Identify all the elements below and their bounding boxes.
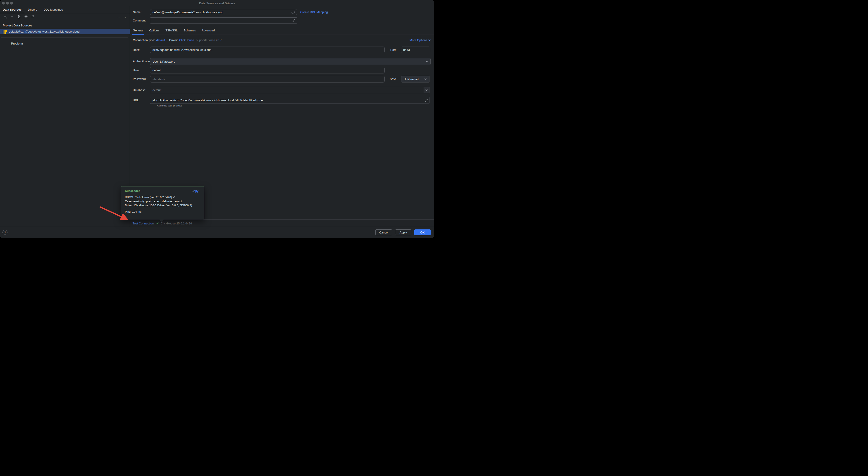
- tab-schemas[interactable]: Schemas: [184, 28, 196, 35]
- sidebar-tabs: Data Sources Drivers DDL Mappings: [0, 6, 130, 13]
- back-arrow-icon[interactable]: ←: [117, 15, 120, 19]
- save-label: Save:: [390, 76, 397, 82]
- tab-general[interactable]: General: [133, 28, 143, 35]
- ok-button[interactable]: OK: [414, 229, 431, 235]
- popup-copy-link[interactable]: Copy: [192, 189, 198, 193]
- minus-icon: [10, 15, 14, 19]
- cancel-button[interactable]: Cancel: [375, 229, 392, 235]
- save-value: Until restart: [404, 77, 418, 81]
- host-label: Host:: [133, 46, 140, 53]
- more-options-label: More Options: [409, 38, 427, 42]
- url-expand-icon[interactable]: [425, 99, 428, 102]
- data-sources-dialog: Data Sources and Drivers Data Sources Dr…: [0, 0, 434, 238]
- form-tabs: General Options SSH/SSL Schemas Advanced: [133, 28, 215, 35]
- connection-result-text: ClickHouse 25.6.2.6426: [161, 222, 192, 225]
- forward-arrow-icon[interactable]: →: [123, 15, 126, 19]
- comment-expand-icon[interactable]: [292, 19, 295, 22]
- database-combo[interactable]: default: [150, 87, 430, 93]
- more-options-link[interactable]: More Options: [409, 38, 431, 42]
- user-label: User:: [133, 67, 140, 73]
- name-label: Name:: [133, 9, 142, 15]
- port-label: Port:: [390, 46, 397, 53]
- create-ddl-mapping-link[interactable]: Create DDL Mapping: [300, 9, 328, 15]
- tab-data-sources[interactable]: Data Sources: [0, 6, 25, 13]
- chevron-down-icon: [425, 78, 427, 80]
- driver-value-link[interactable]: ClickHouse: [179, 38, 194, 42]
- chevron-down-icon: [426, 61, 428, 62]
- tab-options[interactable]: Options: [149, 28, 159, 35]
- password-input[interactable]: [150, 76, 385, 82]
- remove-data-source-button[interactable]: [10, 14, 14, 19]
- test-connection-strip: Test Connection ClickHouse 25.6.2.6426: [130, 219, 434, 227]
- database-dropdown-button[interactable]: [424, 87, 429, 93]
- help-icon[interactable]: ?: [2, 230, 7, 235]
- driver-label: Driver:: [169, 38, 178, 42]
- popup-status: Succeeded: [125, 189, 141, 193]
- comment-label: Comment:: [133, 18, 146, 24]
- problems-node[interactable]: Problems: [0, 41, 130, 46]
- duplicate-button[interactable]: [17, 14, 21, 19]
- tab-drivers[interactable]: Drivers: [25, 6, 40, 13]
- edit-pencil-icon[interactable]: [173, 196, 176, 199]
- connection-type-row: Connection type: default Driver: ClickHo…: [133, 38, 431, 42]
- name-status-circle-icon: [291, 11, 295, 14]
- titlebar: Data Sources and Drivers: [0, 0, 434, 6]
- success-check-icon: [156, 222, 159, 225]
- url-label: URL:: [133, 97, 140, 104]
- port-input[interactable]: [401, 46, 430, 53]
- popup-driver-line: Driver: ClickHouse JDBC Driver (ver. 0.8…: [125, 203, 192, 207]
- data-source-list-item[interactable]: default@szm7oqed0o.us-west-2.aws.clickho…: [0, 29, 130, 34]
- apply-button[interactable]: Apply: [395, 229, 411, 235]
- sidebar: Data Sources Drivers DDL Mappings: [0, 6, 130, 227]
- driver-note: supports since 20.7: [196, 38, 222, 42]
- authentication-label: Authentication:: [133, 58, 152, 65]
- open-in-new-button[interactable]: [31, 14, 35, 19]
- history-nav: ← →: [117, 15, 126, 19]
- popup-details: DBMS: ClickHouse (ver. 25.6.2.6426) Case…: [125, 195, 192, 207]
- save-dropdown[interactable]: Until restart: [401, 76, 430, 82]
- export-icon: [31, 15, 35, 19]
- dialog-footer: ? Cancel Apply OK: [0, 227, 434, 238]
- plus-icon: [3, 15, 7, 19]
- comment-input[interactable]: [150, 18, 297, 24]
- tab-advanced[interactable]: Advanced: [202, 28, 215, 35]
- data-source-name: default@szm7oqed0o.us-west-2.aws.clickho…: [9, 30, 80, 33]
- chevron-down-icon: [425, 89, 428, 91]
- test-connection-link[interactable]: Test Connection: [133, 222, 154, 225]
- clickhouse-icon: [3, 30, 7, 34]
- user-input[interactable]: [150, 67, 385, 73]
- annotation-arrow: [96, 203, 132, 223]
- popup-dbms-text: DBMS: ClickHouse (ver. 25.6.2.6426): [125, 196, 172, 199]
- name-input[interactable]: [150, 9, 297, 15]
- connection-type-value[interactable]: default: [156, 38, 165, 42]
- tab-ddl-mappings[interactable]: DDL Mappings: [40, 6, 66, 13]
- popup-case-line: Case sensitivity: plain=exact, delimited…: [125, 199, 192, 203]
- add-data-source-button[interactable]: [3, 14, 7, 19]
- database-label: Database:: [133, 87, 146, 93]
- gear-icon: [24, 15, 28, 19]
- connection-type-label: Connection type:: [133, 38, 155, 42]
- authentication-value: User & Password: [153, 60, 175, 63]
- database-value: default: [153, 89, 161, 92]
- popup-dbms-line: DBMS: ClickHouse (ver. 25.6.2.6426): [125, 195, 192, 199]
- settings-button[interactable]: [24, 14, 28, 19]
- sidebar-toolbar: [3, 14, 35, 19]
- chevron-down-icon: [428, 39, 431, 41]
- tab-ssh-ssl[interactable]: SSH/SSL: [165, 28, 178, 35]
- duplicate-icon: [17, 15, 21, 19]
- authentication-dropdown[interactable]: User & Password: [150, 58, 431, 65]
- project-data-sources-header: Project Data Sources: [3, 24, 32, 27]
- password-label: Password:: [133, 76, 147, 82]
- window-title: Data Sources and Drivers: [0, 0, 434, 6]
- url-note: Overrides settings above: [157, 104, 182, 107]
- test-connection-popup: Succeeded Copy DBMS: ClickHouse (ver. 25…: [121, 186, 204, 220]
- host-input[interactable]: [150, 46, 385, 53]
- url-input[interactable]: jdbc:clickhouse://szm7oqed0o.us-west-2.a…: [150, 97, 430, 104]
